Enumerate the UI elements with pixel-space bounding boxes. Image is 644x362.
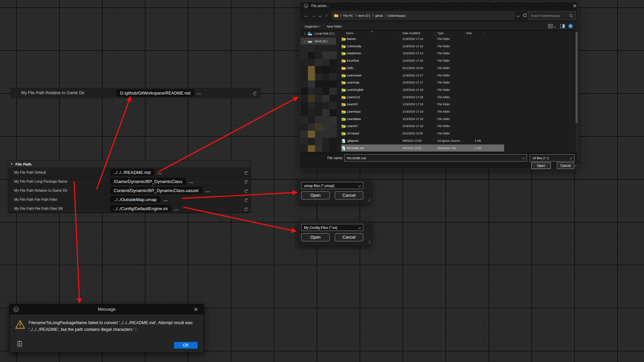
breadcrumb[interactable]: This PCWork (D:)githubGitWorkspace	[332, 11, 515, 20]
file-row[interactable]: LearnST1/19/2024 17:18File folder	[338, 122, 576, 130]
breadcrumb-separator-icon	[385, 15, 386, 16]
file-row[interactable]: LearnCpp1/19/2024 17:17File folder	[338, 79, 576, 86]
cancel-button[interactable]: Cancel	[335, 233, 363, 241]
browse-ellipsis-button[interactable]: ...	[197, 90, 201, 95]
path-value-field[interactable]: D:/github/GitWorkspace/README.md	[116, 89, 194, 97]
file-row[interactable]: LearnGAS1/19/2024 17:18File folder	[338, 94, 576, 101]
file-row[interactable]: LearnMass1/19/2024 17:18File folder	[338, 115, 576, 123]
file-row[interactable]: LearnAsset1/19/2024 17:17File folder	[338, 72, 576, 79]
property-row: My File Path File Path Filter INI ../../…	[8, 204, 251, 213]
sort-ascending-chevron-icon	[371, 31, 373, 33]
expander-chevron-icon[interactable]	[304, 41, 305, 42]
file-type-select[interactable]: All files (*.*)	[530, 154, 575, 162]
filter-select[interactable]: My Config Files (*.ini)	[301, 224, 363, 231]
view-details-icon[interactable]	[548, 24, 553, 28]
file-row[interactable]: Banner1/19/2024 17:14File folder	[338, 35, 576, 43]
file-date: 1/19/2024 17:18	[402, 94, 423, 101]
file-row[interactable]: LearnEnglish1/19/2024 17:18File folder	[338, 86, 576, 94]
chevron-down-icon[interactable]	[359, 185, 361, 187]
reset-to-default-icon[interactable]	[252, 91, 257, 97]
browse-ellipsis-button[interactable]: ...	[175, 206, 179, 211]
picker-title: File picker...	[311, 4, 329, 8]
expander-chevron-icon[interactable]	[304, 33, 305, 35]
open-button[interactable]: Open	[531, 162, 551, 169]
reset-to-default-icon[interactable]	[244, 179, 248, 185]
file-row[interactable]: ExcelTest1/19/2024 17:15File folder	[338, 57, 576, 64]
back-icon[interactable]: ←	[304, 13, 308, 18]
path-value-field[interactable]: ../../Config/DefaultEngine.ini	[110, 205, 171, 212]
reset-to-default-icon[interactable]	[244, 188, 248, 194]
browse-ellipsis-button[interactable]: ...	[164, 197, 168, 202]
address-dropdown-chevron-icon[interactable]	[517, 15, 519, 17]
chevron-down-icon[interactable]	[523, 157, 524, 159]
scrollbar[interactable]	[576, 31, 578, 153]
path-value-field[interactable]: Content/Dynamic/BP_DynamicClass.uasset	[110, 187, 202, 194]
sidebar-item-work-d[interactable]: Work (D:)	[301, 38, 336, 45]
file-row[interactable]: .gitignore9/8/2023 13:59Git Ignore Sourc…	[338, 137, 576, 144]
chevron-down-icon[interactable]	[570, 157, 572, 159]
open-button[interactable]: Open	[301, 191, 330, 199]
file-row[interactable]: DataDriven1/19/2024 17:14File folder	[338, 50, 576, 57]
breadcrumb-segment[interactable]: This PC	[343, 14, 353, 17]
up-icon[interactable]: ↑	[325, 13, 328, 18]
folder-icon	[341, 37, 346, 41]
browse-ellipsis-button[interactable]: ...	[189, 179, 194, 184]
search-icon	[569, 14, 573, 18]
file-name: README.md	[347, 144, 364, 152]
file-size	[466, 122, 481, 130]
file-row[interactable]: LearnInput1/19/2024 17:18File folder	[338, 108, 576, 115]
file-row[interactable]: LearnGF1/19/2024 17:18File folder	[338, 101, 576, 108]
file-date: 1/19/2024 17:14	[402, 50, 423, 57]
breadcrumb-separator-icon	[372, 15, 373, 16]
help-icon[interactable]: ?	[568, 24, 573, 28]
file-type: File folder	[437, 108, 450, 115]
breadcrumb-segment[interactable]: github	[375, 14, 383, 17]
view-dropdown-chevron-icon[interactable]	[554, 26, 556, 27]
file-name: LearnEnglish	[347, 86, 364, 94]
search-input[interactable]: Search GitWorkspace	[528, 11, 576, 20]
file-row[interactable]: Hello6/21/2024 16:40File folder	[338, 64, 576, 72]
reset-to-default-icon[interactable]	[244, 197, 248, 203]
collapse-triangle-icon[interactable]: ▼	[10, 163, 13, 166]
filter-select[interactable]: umap files (*.umap)	[301, 182, 363, 189]
preview-pane-icon[interactable]	[560, 24, 565, 28]
folder-icon	[334, 14, 338, 17]
section-header[interactable]: ▼ File Path	[8, 161, 251, 168]
ok-button[interactable]: OK	[174, 342, 198, 349]
path-value-field[interactable]: ../../OutsideMap.umap	[110, 196, 160, 203]
reset-to-default-icon[interactable]	[244, 206, 248, 213]
path-value-field[interactable]: ../../../README.md	[110, 169, 154, 176]
reset-to-default-icon[interactable]	[244, 170, 248, 176]
message-titlebar[interactable]: Message	[10, 304, 204, 314]
message-text: FilenameToLongPackageName failed to conv…	[29, 319, 205, 333]
refresh-icon[interactable]	[523, 13, 527, 18]
cancel-button[interactable]: Cancel	[335, 191, 363, 199]
scrollbar-thumb[interactable]	[576, 32, 578, 123]
file-row[interactable]: UCAward6/11/2024 13:30File folder	[338, 130, 576, 137]
file-name-input[interactable]: README.md	[344, 154, 527, 162]
recent-locations-chevron-icon[interactable]	[319, 15, 321, 17]
chevron-down-icon[interactable]	[359, 227, 361, 229]
browse-ellipsis-button[interactable]: ...	[206, 188, 210, 193]
open-button[interactable]: Open	[301, 233, 330, 241]
copy-to-clipboard-icon[interactable]	[17, 341, 22, 347]
message-close-icon[interactable]	[194, 307, 198, 311]
picker-close-icon[interactable]	[573, 4, 577, 8]
breadcrumb-segment[interactable]: GitWorkspace	[388, 14, 406, 17]
cancel-button[interactable]: Cancel	[557, 162, 574, 169]
sidebar-item-local-disk-c[interactable]: Local Disk (C:)	[301, 30, 336, 37]
file-date: 9/8/2023 13:59	[402, 137, 422, 144]
resize-grip-icon[interactable]	[367, 197, 370, 203]
organize-button[interactable]: Organize	[305, 24, 320, 28]
picker-titlebar[interactable]: File picker...	[300, 2, 578, 10]
resize-grip-icon[interactable]	[367, 239, 370, 245]
breadcrumb-segment[interactable]: Work (D:)	[358, 14, 370, 17]
browse-ellipsis-button[interactable]: ...	[158, 170, 162, 175]
file-size	[466, 64, 481, 72]
new-folder-button[interactable]: New folder	[327, 24, 342, 28]
resize-grip-icon[interactable]	[574, 162, 577, 168]
path-value-field[interactable]: /Game/Dynamic/BP_DynamicClass	[110, 178, 186, 185]
file-row[interactable]: README.md6/9/2021 15:51Markdown File1 KB	[338, 144, 576, 152]
forward-icon[interactable]: →	[311, 13, 316, 18]
file-row[interactable]: Community1/19/2024 17:14File folder	[338, 43, 576, 50]
